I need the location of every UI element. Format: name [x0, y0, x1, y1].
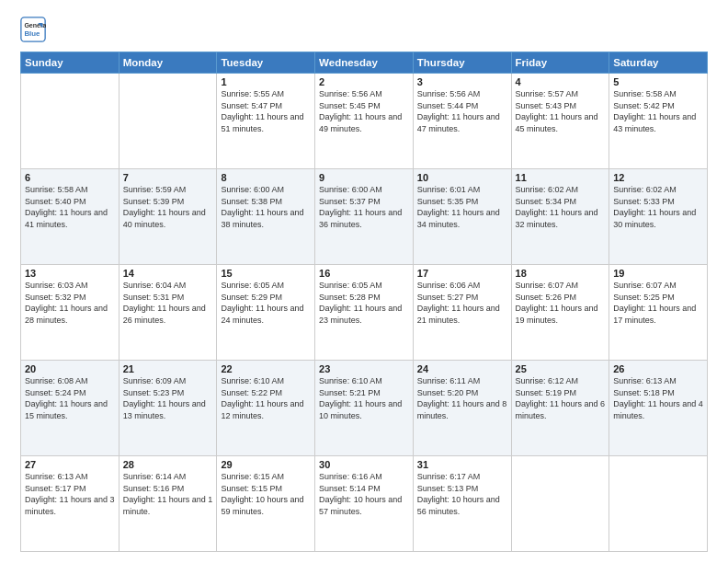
day-number: 11	[516, 172, 606, 183]
day-info: Sunrise: 6:07 AM Sunset: 5:26 PM Dayligh…	[516, 280, 606, 326]
day-number: 21	[123, 363, 213, 374]
day-info: Sunrise: 6:00 AM Sunset: 5:37 PM Dayligh…	[319, 184, 409, 230]
day-number: 26	[613, 363, 703, 374]
header: General Blue	[20, 17, 708, 42]
calendar-cell: 1Sunrise: 5:55 AM Sunset: 5:47 PM Daylig…	[217, 74, 315, 169]
calendar-cell: 8Sunrise: 6:00 AM Sunset: 5:38 PM Daylig…	[217, 169, 315, 265]
day-number: 23	[319, 363, 409, 374]
day-number: 25	[516, 363, 606, 374]
day-number: 3	[417, 76, 507, 87]
day-info: Sunrise: 6:12 AM Sunset: 5:19 PM Dayligh…	[516, 375, 606, 421]
day-header: Friday	[511, 52, 609, 74]
day-number: 5	[613, 76, 703, 87]
day-info: Sunrise: 6:05 AM Sunset: 5:28 PM Dayligh…	[319, 280, 409, 326]
day-number: 12	[613, 172, 703, 183]
day-info: Sunrise: 5:56 AM Sunset: 5:45 PM Dayligh…	[319, 88, 409, 134]
day-info: Sunrise: 6:15 AM Sunset: 5:15 PM Dayligh…	[221, 471, 311, 517]
calendar-cell: 15Sunrise: 6:05 AM Sunset: 5:29 PM Dayli…	[217, 265, 315, 361]
day-number: 17	[417, 268, 507, 279]
day-number: 14	[123, 268, 213, 279]
calendar-week-row: 27Sunrise: 6:13 AM Sunset: 5:17 PM Dayli…	[21, 456, 708, 552]
day-info: Sunrise: 5:57 AM Sunset: 5:43 PM Dayligh…	[516, 88, 606, 134]
day-header: Wednesday	[315, 52, 414, 74]
day-info: Sunrise: 6:13 AM Sunset: 5:18 PM Dayligh…	[613, 375, 703, 421]
calendar-table: SundayMondayTuesdayWednesdayThursdayFrid…	[20, 52, 708, 552]
logo: General Blue	[20, 17, 50, 42]
calendar-cell: 17Sunrise: 6:06 AM Sunset: 5:27 PM Dayli…	[413, 265, 511, 361]
calendar-week-row: 20Sunrise: 6:08 AM Sunset: 5:24 PM Dayli…	[21, 361, 708, 456]
calendar-cell: 28Sunrise: 6:14 AM Sunset: 5:16 PM Dayli…	[119, 456, 217, 552]
day-info: Sunrise: 6:05 AM Sunset: 5:29 PM Dayligh…	[221, 280, 311, 326]
calendar-cell: 2Sunrise: 5:56 AM Sunset: 5:45 PM Daylig…	[315, 74, 414, 169]
day-number: 6	[25, 172, 115, 183]
calendar-cell: 23Sunrise: 6:10 AM Sunset: 5:21 PM Dayli…	[315, 361, 414, 456]
calendar-cell: 6Sunrise: 5:58 AM Sunset: 5:40 PM Daylig…	[21, 169, 119, 265]
day-number: 8	[221, 172, 311, 183]
calendar-cell: 22Sunrise: 6:10 AM Sunset: 5:22 PM Dayli…	[217, 361, 315, 456]
day-info: Sunrise: 6:10 AM Sunset: 5:21 PM Dayligh…	[319, 375, 409, 421]
calendar-cell: 11Sunrise: 6:02 AM Sunset: 5:34 PM Dayli…	[511, 169, 609, 265]
calendar-cell	[21, 74, 119, 169]
day-info: Sunrise: 6:09 AM Sunset: 5:23 PM Dayligh…	[123, 375, 213, 421]
day-number: 4	[516, 76, 606, 87]
calendar-cell: 4Sunrise: 5:57 AM Sunset: 5:43 PM Daylig…	[511, 74, 609, 169]
calendar-cell: 14Sunrise: 6:04 AM Sunset: 5:31 PM Dayli…	[119, 265, 217, 361]
calendar-cell	[609, 456, 708, 552]
day-info: Sunrise: 6:04 AM Sunset: 5:31 PM Dayligh…	[123, 280, 213, 326]
day-number: 31	[417, 459, 507, 470]
day-number: 24	[417, 363, 507, 374]
day-header: Saturday	[609, 52, 708, 74]
day-number: 10	[417, 172, 507, 183]
day-number: 15	[221, 268, 311, 279]
day-info: Sunrise: 6:14 AM Sunset: 5:16 PM Dayligh…	[123, 471, 213, 517]
calendar-cell: 31Sunrise: 6:17 AM Sunset: 5:13 PM Dayli…	[413, 456, 511, 552]
calendar-cell: 20Sunrise: 6:08 AM Sunset: 5:24 PM Dayli…	[21, 361, 119, 456]
day-number: 18	[516, 268, 606, 279]
day-info: Sunrise: 6:00 AM Sunset: 5:38 PM Dayligh…	[221, 184, 311, 230]
day-number: 29	[221, 459, 311, 470]
day-info: Sunrise: 6:02 AM Sunset: 5:33 PM Dayligh…	[613, 184, 703, 230]
calendar-cell: 29Sunrise: 6:15 AM Sunset: 5:15 PM Dayli…	[217, 456, 315, 552]
day-number: 20	[25, 363, 115, 374]
day-info: Sunrise: 6:17 AM Sunset: 5:13 PM Dayligh…	[417, 471, 507, 517]
calendar-cell: 9Sunrise: 6:00 AM Sunset: 5:37 PM Daylig…	[315, 169, 414, 265]
day-number: 1	[221, 76, 311, 87]
day-info: Sunrise: 6:08 AM Sunset: 5:24 PM Dayligh…	[25, 375, 115, 421]
calendar-cell: 12Sunrise: 6:02 AM Sunset: 5:33 PM Dayli…	[609, 169, 708, 265]
calendar-week-row: 6Sunrise: 5:58 AM Sunset: 5:40 PM Daylig…	[21, 169, 708, 265]
day-info: Sunrise: 5:58 AM Sunset: 5:40 PM Dayligh…	[25, 184, 115, 230]
day-info: Sunrise: 6:16 AM Sunset: 5:14 PM Dayligh…	[319, 471, 409, 517]
calendar-week-row: 1Sunrise: 5:55 AM Sunset: 5:47 PM Daylig…	[21, 74, 708, 169]
calendar-cell: 19Sunrise: 6:07 AM Sunset: 5:25 PM Dayli…	[609, 265, 708, 361]
day-header: Monday	[119, 52, 217, 74]
day-info: Sunrise: 5:56 AM Sunset: 5:44 PM Dayligh…	[417, 88, 507, 134]
calendar-cell	[119, 74, 217, 169]
svg-text:Blue: Blue	[24, 29, 40, 38]
day-number: 19	[613, 268, 703, 279]
calendar-week-row: 13Sunrise: 6:03 AM Sunset: 5:32 PM Dayli…	[21, 265, 708, 361]
day-info: Sunrise: 6:01 AM Sunset: 5:35 PM Dayligh…	[417, 184, 507, 230]
calendar-cell	[511, 456, 609, 552]
day-header: Sunday	[21, 52, 119, 74]
calendar-cell: 3Sunrise: 5:56 AM Sunset: 5:44 PM Daylig…	[413, 74, 511, 169]
calendar-cell: 21Sunrise: 6:09 AM Sunset: 5:23 PM Dayli…	[119, 361, 217, 456]
day-info: Sunrise: 6:07 AM Sunset: 5:25 PM Dayligh…	[613, 280, 703, 326]
day-number: 9	[319, 172, 409, 183]
calendar-cell: 13Sunrise: 6:03 AM Sunset: 5:32 PM Dayli…	[21, 265, 119, 361]
calendar-page: General Blue SundayMondayTuesdayWednesda…	[0, 0, 728, 563]
day-info: Sunrise: 5:59 AM Sunset: 5:39 PM Dayligh…	[123, 184, 213, 230]
day-number: 22	[221, 363, 311, 374]
logo-icon: General Blue	[20, 17, 46, 42]
day-number: 30	[319, 459, 409, 470]
calendar-cell: 18Sunrise: 6:07 AM Sunset: 5:26 PM Dayli…	[511, 265, 609, 361]
day-number: 27	[25, 459, 115, 470]
day-number: 16	[319, 268, 409, 279]
day-info: Sunrise: 6:13 AM Sunset: 5:17 PM Dayligh…	[25, 471, 115, 517]
day-info: Sunrise: 5:58 AM Sunset: 5:42 PM Dayligh…	[613, 88, 703, 134]
day-number: 28	[123, 459, 213, 470]
day-number: 13	[25, 268, 115, 279]
calendar-cell: 24Sunrise: 6:11 AM Sunset: 5:20 PM Dayli…	[413, 361, 511, 456]
calendar-cell: 26Sunrise: 6:13 AM Sunset: 5:18 PM Dayli…	[609, 361, 708, 456]
calendar-cell: 10Sunrise: 6:01 AM Sunset: 5:35 PM Dayli…	[413, 169, 511, 265]
day-info: Sunrise: 6:03 AM Sunset: 5:32 PM Dayligh…	[25, 280, 115, 326]
